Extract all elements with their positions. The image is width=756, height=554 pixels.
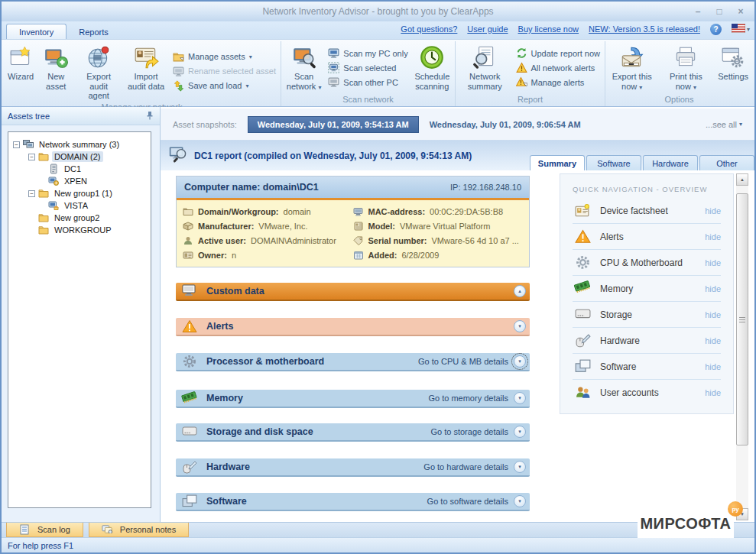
expand-section-button[interactable]: ▾ [514,320,526,332]
go-to-hardware-details-link[interactable]: Go to hardware details [423,462,508,471]
new-asset-button[interactable]: New asset [37,41,75,102]
snapshot-other[interactable]: Wednesday, July 01, 2009, 9:06:54 AM [430,120,581,129]
section-hardware[interactable]: Hardware Go to hardware details ▾ [176,458,530,477]
import-audit-data-button[interactable]: Import audit data [122,41,170,102]
settings-button[interactable]: Settings [715,41,751,94]
maximize-button[interactable]: □ [713,6,725,17]
tab-software[interactable]: Software [586,155,641,170]
expand-section-button[interactable]: ▾ [514,392,526,404]
tab-other[interactable]: Other [699,155,754,170]
collapse-toggle-icon[interactable]: − [28,154,35,160]
hide-link[interactable]: hide [705,232,721,241]
tree-item-vista[interactable]: VISTA [10,199,149,212]
snapshot-selected[interactable]: Wednesday, July 01, 2009, 9:54:13 AM [248,116,419,133]
link-new-version[interactable]: NEW: Version 3.5 is released! [589,24,700,34]
quicknav-alerts[interactable]: Alerts hide [573,224,721,250]
export-audit-agent-button[interactable]: Export audit agent [75,41,122,102]
go-to-cpu-details-link[interactable]: Go to CPU & MB details [418,357,508,366]
monitor-icon [328,47,339,59]
print-this-now-button[interactable]: Print this now ▾ [664,41,709,94]
tab-summary[interactable]: Summary [530,155,585,170]
tree-item-network-summary[interactable]: − Network summary (3) [10,138,149,151]
assets-tree-header: Assets tree [2,107,160,125]
scan-my-pc-only-label: Scan my PC only [343,49,407,58]
warning-cursor-icon [516,76,527,88]
hide-link[interactable]: hide [705,336,721,345]
scan-selected-button[interactable]: Scan selected [328,62,407,73]
collapse-section-button[interactable]: ▴ [514,285,526,297]
export-this-now-button[interactable]: Export this now ▾ [607,41,657,94]
scan-my-pc-only-button[interactable]: Scan my PC only [328,47,407,59]
tab-reports[interactable]: Reports [67,24,121,39]
title-bar: Network Inventory Advisor - brought to y… [2,2,754,21]
close-button[interactable]: × [735,6,747,17]
tab-inventory[interactable]: Inventory [6,24,67,39]
field-active-user: Active user: DOMAIN\Administrator [183,236,353,245]
go-to-storage-details-link[interactable]: Go to storage details [430,427,508,436]
hide-link[interactable]: hide [705,206,721,215]
language-selector[interactable]: ▾ [732,22,750,36]
save-and-load-button[interactable]: Save and load ▾ [173,80,276,92]
tab-scan-log[interactable]: Scan log [6,523,83,537]
section-memory[interactable]: Memory Go to memory details ▾ [176,390,530,408]
link-buy-license[interactable]: Buy license now [518,24,579,34]
quicknav-device-factsheet[interactable]: Device factsheet hide [573,198,721,224]
section-processor-motherboard[interactable]: Processor & motherboard Go to CPU & MB d… [176,353,530,371]
collapse-toggle-icon[interactable]: − [13,141,20,148]
tree-item-dc1[interactable]: DC1 [10,163,149,175]
rename-selected-asset-button[interactable]: Rename selected asset [173,66,276,77]
schedule-scanning-button[interactable]: Schedule scanning [411,41,453,94]
hide-link[interactable]: hide [705,310,721,319]
quicknav-software[interactable]: Software hide [573,354,721,380]
hide-link[interactable]: hide [705,362,721,371]
link-got-questions[interactable]: Got questions? [401,24,457,34]
expand-section-button[interactable]: ▾ [514,355,526,368]
wizard-button[interactable]: Wizard [5,41,37,102]
manage-assets-button[interactable]: Manage assets ▾ [173,51,276,63]
quicknav-memory[interactable]: Memory hide [573,276,721,302]
quicknav-hardware[interactable]: Hardware hide [573,328,721,354]
update-report-now-button[interactable]: Update report now [516,47,601,59]
link-user-guide[interactable]: User guide [467,24,508,34]
quicknav-cpu-motherboard[interactable]: CPU & Motherboard hide [573,250,721,276]
quicknav-storage[interactable]: Storage hide [573,302,721,328]
tab-personal-notes[interactable]: Personal notes [89,523,189,537]
hide-link[interactable]: hide [705,284,721,293]
tree-item-workgroup[interactable]: WORKGROUP [10,224,149,236]
section-custom-data[interactable]: Custom data ▴ [176,283,530,301]
settings-label: Settings [718,72,748,81]
section-storage[interactable]: Storage and disk space Go to storage det… [176,423,530,442]
pin-icon[interactable] [146,111,154,121]
scan-network-button[interactable]: Scan network ▾ [283,41,325,94]
section-software[interactable]: Software Go to software details ▾ [176,493,530,511]
help-icon[interactable]: ? [710,24,722,35]
scroll-up-button[interactable]: ▲ [736,173,748,186]
collapse-toggle-icon[interactable]: − [28,190,35,197]
network-summary-button[interactable]: Network summary [457,41,513,94]
vertical-scrollbar[interactable]: ▲ ▼ [736,173,748,520]
all-network-alerts-button[interactable]: All network alerts [516,62,601,73]
manage-alerts-button[interactable]: Manage alerts [516,76,601,88]
tab-hardware[interactable]: Hardware [643,155,698,170]
go-to-software-details-link[interactable]: Go to software details [427,497,508,506]
tree-item-new-group1[interactable]: − New group1 (1) [10,187,149,199]
field-serial-number: Serial number: VMware-56 4d 10 a7 ... [353,236,524,245]
expand-section-button[interactable]: ▾ [514,426,526,438]
section-alerts[interactable]: Alerts ▾ [176,318,530,336]
hide-link[interactable]: hide [705,258,721,267]
expand-section-button[interactable]: ▾ [514,495,526,507]
minimize-button[interactable]: – [692,6,704,17]
manage-assets-label: Manage assets [188,52,245,61]
quicknav-user-accounts[interactable]: User accounts hide [573,380,721,406]
hide-link[interactable]: hide [705,388,721,397]
tree-item-new-group2[interactable]: New group2 [10,212,149,224]
see-all-button[interactable]: ...see all ▾ [706,120,742,129]
ip-address: IP: 192.168.248.10 [450,183,521,192]
go-to-memory-details-link[interactable]: Go to memory details [428,394,508,403]
tree-item-domain[interactable]: − DOMAIN (2) [10,151,149,163]
tree-item-xpen[interactable]: XPEN [10,175,149,187]
scroll-thumb[interactable] [736,193,748,445]
expand-section-button[interactable]: ▾ [514,461,526,473]
scan-other-pc-button[interactable]: Scan other PC [328,76,407,88]
personal-notes-label: Personal notes [120,525,176,534]
